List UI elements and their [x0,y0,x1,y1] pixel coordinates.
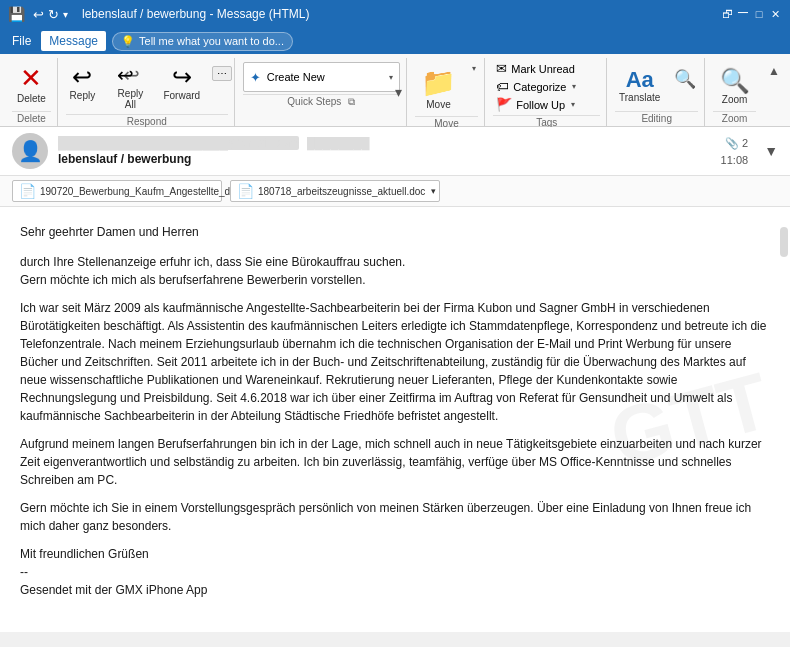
categorize-label: Categorize [513,81,566,93]
forward-icon: ↪ [172,64,192,90]
email-para1: durch Ihre Stellenanzeige erfuhr ich, da… [20,253,770,289]
translate-icon: Aa [626,68,654,92]
sender-name: ████████████████████@gmail.com [58,136,299,150]
move-button[interactable]: 📁 Move [413,62,464,114]
email-para2: Ich war seit März 2009 als kaufmännische… [20,299,770,425]
attachment-dropdown-2[interactable]: ▾ [431,186,436,196]
follow-up-label: Follow Up [516,99,565,111]
reply-icon: ↩ [72,64,92,90]
email-time: 11:08 [721,154,749,166]
menu-file[interactable]: File [4,31,39,51]
follow-up-button[interactable]: 🚩 Follow Up ▾ [493,96,600,113]
ribbon-group-respond: ↩ Reply ↩ ↩ ↩ ReplyAll ↪ Forward ⋯ [60,58,235,126]
customize-icon[interactable]: ▾ [63,9,68,20]
email-body: GTT Sehr geehrter Damen und Herren durch… [0,207,790,632]
email-closing: Mit freundlichen Grüßen--Gesendet mit de… [20,545,770,599]
close-button[interactable]: ✕ [768,7,782,21]
email-para4: Gern möchte ich Sie in einem Vorstellung… [20,499,770,535]
quicksteps-expand-icon[interactable]: ▾ [395,84,402,100]
move-label: Move [426,99,450,110]
main-content: 👤 ████████████████████@gmail.com ███████… [0,127,790,632]
mark-unread-button[interactable]: ✉ Mark Unread [493,60,600,77]
attachment-count: 📎 2 [725,137,748,150]
search-icon[interactable]: 🔍 [670,66,700,92]
mark-unread-icon: ✉ [496,61,507,76]
sender-extra: ████████ [307,137,369,149]
delete-label: Delete [17,93,46,104]
more-respond-btn[interactable]: ⋯ [212,66,232,81]
create-new-button[interactable]: ✦ Create New ▾ [243,62,400,92]
window-title: lebenslauf / bewerbung - Message (HTML) [82,7,309,21]
reply-label: Reply [70,90,96,101]
restore-icon[interactable]: 🗗 [720,7,734,21]
respond-group-label: Respond [66,114,228,127]
email-header-right: 📎 2 11:08 [721,137,749,166]
create-new-label: Create New [267,71,325,83]
ribbon: ✕ Delete Delete ↩ Reply ↩ ↩ ↩ [0,54,790,127]
forward-label: Forward [163,90,200,101]
redo-icon[interactable]: ↻ [48,7,59,22]
email-meta: ████████████████████@gmail.com ████████ … [58,136,711,166]
ribbon-group-delete: ✕ Delete Delete [6,58,58,126]
title-bar: 💾 ↩ ↻ ▾ lebenslauf / bewerbung - Message… [0,0,790,28]
ribbon-group-quicksteps: ✦ Create New ▾ ▾ Quick Steps ⧉ [237,58,407,126]
lightbulb-icon: 💡 [121,35,135,48]
create-new-icon: ✦ [250,70,261,85]
categorize-dropdown-icon: ▾ [572,82,576,91]
minimize-button[interactable]: ─ [736,7,750,21]
zoom-icon: 🔍 [720,68,750,94]
doc-icon-2: 📄 [237,183,254,199]
move-dropdown-icon[interactable]: ▾ [468,62,480,75]
ribbon-group-tags: ✉ Mark Unread 🏷 Categorize ▾ 🚩 Follow Up… [487,58,607,126]
forward-button[interactable]: ↪ Forward [157,62,206,103]
menu-bar: File Message 💡 Tell me what you want to … [0,28,790,54]
attachment-number: 2 [742,137,748,149]
undo-icon[interactable]: ↩ [33,7,44,22]
attachment-item-2[interactable]: 📄 180718_arbeitszeugnisse_aktuell.doc ▾ [230,180,440,202]
tell-me-text: Tell me what you want to do... [139,35,284,47]
translate-label: Translate [619,92,660,103]
doc-icon-1: 📄 [19,183,36,199]
maximize-button[interactable]: □ [752,7,766,21]
tell-me-box[interactable]: 💡 Tell me what you want to do... [112,32,293,51]
delete-button[interactable]: ✕ Delete [11,62,52,106]
reply-all-icon: ↩ ↩ ↩ [117,64,143,88]
ribbon-group-editing: Aa Translate 🔍 Editing [609,58,705,126]
attachment-name-1: 190720_Bewerbung_Kaufm_Angestellte_doc..… [40,186,249,197]
quicksteps-dialog-icon[interactable]: ⧉ [348,96,355,107]
zoom-button[interactable]: 🔍 Zoom [714,66,756,107]
categorize-button[interactable]: 🏷 Categorize ▾ [493,78,600,95]
reply-all-button[interactable]: ↩ ↩ ↩ ReplyAll [109,62,151,112]
attachments-bar: 📄 190720_Bewerbung_Kaufm_Angestellte_doc… [0,176,790,207]
zoom-label: Zoom [722,94,748,105]
followup-dropdown-icon: ▾ [571,100,575,109]
email-greeting: Sehr geehrter Damen und Herren [20,223,770,241]
quicksteps-group-label: Quick Steps ⧉ [243,94,400,108]
mark-unread-label: Mark Unread [511,63,575,75]
translate-button[interactable]: Aa Translate [613,66,666,105]
paperclip-icon: 📎 [725,137,739,150]
reply-button[interactable]: ↩ Reply [61,62,103,103]
email-header: 👤 ████████████████████@gmail.com ███████… [0,127,790,176]
scrollbar[interactable] [780,227,788,257]
attachment-name-2: 180718_arbeitszeugnisse_aktuell.doc [258,186,425,197]
menu-message[interactable]: Message [41,31,106,51]
email-para3: Aufgrund meinem langen Berufserfahrungen… [20,435,770,489]
categorize-icon: 🏷 [496,79,509,94]
avatar-icon: 👤 [18,139,43,163]
reply-all-label: ReplyAll [118,88,144,110]
dropdown-arrow-icon: ▾ [389,73,393,82]
collapse-ribbon-button[interactable]: ▲ [764,62,784,80]
editing-group-label: Editing [615,111,698,124]
delete-group-label: Delete [12,111,51,124]
follow-up-icon: 🚩 [496,97,512,112]
avatar: 👤 [12,133,48,169]
move-icon: 📁 [421,66,456,99]
zoom-group-label: Zoom [713,111,756,124]
ribbon-group-move: 📁 Move ▾ Move [409,58,486,126]
save-icon[interactable]: 💾 [8,6,25,22]
expand-header-button[interactable]: ▼ [764,143,778,159]
delete-icon: ✕ [20,64,42,93]
ribbon-group-zoom: 🔍 Zoom Zoom [707,58,762,126]
attachment-item[interactable]: 📄 190720_Bewerbung_Kaufm_Angestellte_doc… [12,180,222,202]
